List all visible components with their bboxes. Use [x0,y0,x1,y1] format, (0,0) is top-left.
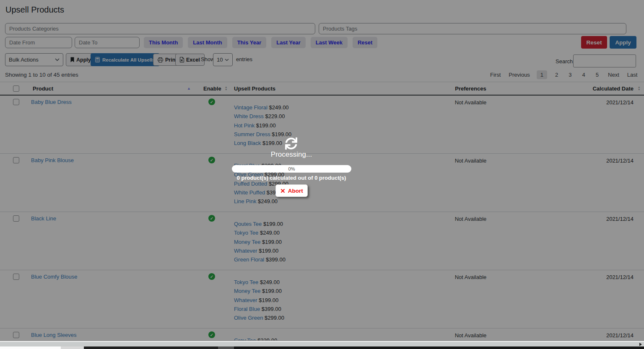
abort-button[interactable]: ✕ Abort [275,184,308,197]
close-icon: ✕ [280,188,286,194]
scroll-right-arrow-icon[interactable] [639,343,642,346]
horizontal-scrollbar[interactable] [0,341,644,346]
upsell-products-page: Upsell Products This MonthLast MonthThis… [0,0,644,349]
bottom-edge-strip [0,346,644,349]
abort-label: Abort [288,188,303,194]
progress-bar: 0% [232,165,351,173]
progress-percent: 0% [288,166,295,171]
sync-spinner-icon [285,137,297,150]
processing-status: 0 product(s) calculated out of 0 product… [208,175,375,181]
processing-title: Processing... [229,150,354,159]
